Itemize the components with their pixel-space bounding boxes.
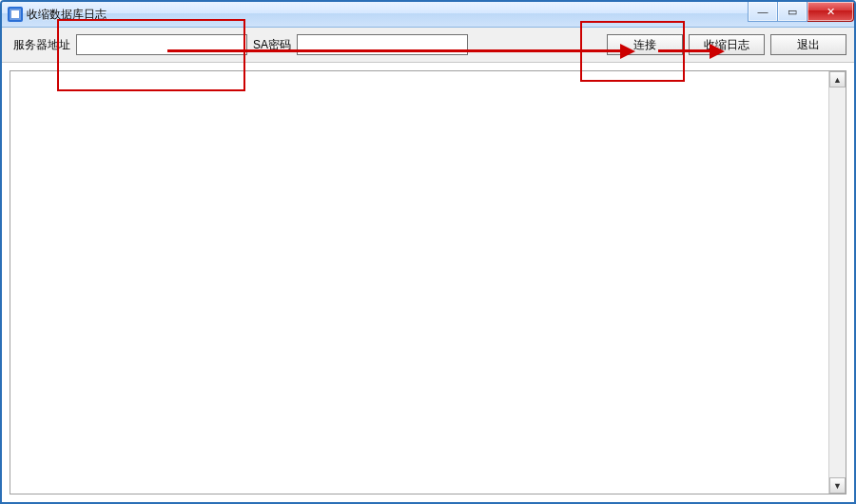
chevron-up-icon: ▲ — [833, 75, 842, 85]
minimize-icon: — — [758, 6, 768, 17]
connect-button[interactable]: 连接 — [607, 34, 683, 55]
app-window: 收缩数据库日志 — ▭ ✕ 服务器地址 SA密码 连接 收缩日志 退出 ▲ ▼ — [0, 0, 856, 504]
window-title: 收缩数据库日志 — [27, 7, 107, 23]
app-icon — [8, 7, 23, 22]
scroll-up-button[interactable]: ▲ — [829, 71, 846, 87]
vertical-scrollbar[interactable]: ▲ ▼ — [828, 71, 846, 494]
shrink-log-button[interactable]: 收缩日志 — [689, 34, 765, 55]
svg-rect-1 — [11, 10, 19, 18]
exit-button[interactable]: 退出 — [770, 34, 846, 55]
maximize-button[interactable]: ▭ — [778, 2, 807, 22]
maximize-icon: ▭ — [788, 6, 797, 18]
toolbar: 服务器地址 SA密码 连接 收缩日志 退出 — [2, 28, 854, 63]
close-button[interactable]: ✕ — [807, 2, 854, 22]
log-output-area: ▲ ▼ — [10, 70, 846, 494]
server-address-label: 服务器地址 — [13, 37, 70, 53]
sa-password-input[interactable] — [297, 34, 468, 55]
minimize-button[interactable]: — — [748, 2, 778, 22]
server-address-input[interactable] — [76, 34, 247, 55]
chevron-down-icon: ▼ — [833, 481, 842, 491]
scroll-down-button[interactable]: ▼ — [829, 477, 846, 494]
close-icon: ✕ — [827, 6, 835, 18]
titlebar: 收缩数据库日志 — ▭ ✕ — [2, 2, 854, 28]
sa-password-label: SA密码 — [253, 37, 291, 53]
window-controls: — ▭ ✕ — [748, 2, 854, 27]
